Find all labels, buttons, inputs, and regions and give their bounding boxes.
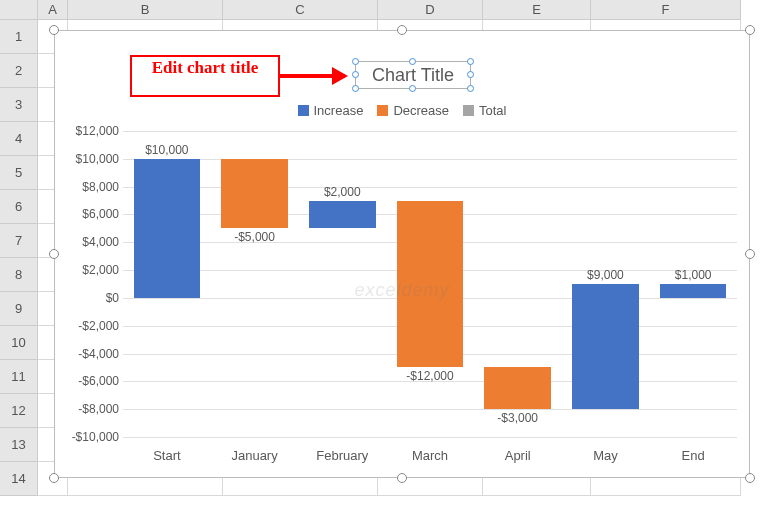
row-header[interactable]: 6 (0, 190, 38, 224)
x-tick-label: Start (123, 448, 211, 463)
title-handle[interactable] (409, 58, 416, 65)
bar-rect (572, 284, 639, 409)
bar-rect (660, 284, 727, 298)
legend-swatch (377, 105, 388, 116)
gridline (123, 437, 737, 438)
edit-title-callout: Edit chart title (130, 55, 280, 97)
row-header[interactable]: 11 (0, 360, 38, 394)
chart-handle[interactable] (49, 249, 59, 259)
chart-handle[interactable] (397, 473, 407, 483)
y-tick-label: $12,000 (76, 124, 119, 138)
row-header[interactable]: 14 (0, 462, 38, 496)
bar[interactable]: -$12,000 (386, 131, 474, 437)
x-tick-label: March (386, 448, 474, 463)
col-header[interactable]: E (483, 0, 591, 20)
legend-label: Increase (314, 103, 364, 118)
chart-legend[interactable]: IncreaseDecreaseTotal (55, 103, 749, 118)
col-header[interactable]: C (223, 0, 378, 20)
y-tick-label: $4,000 (82, 235, 119, 249)
chart-handle[interactable] (745, 473, 755, 483)
y-tick-label: -$8,000 (78, 402, 119, 416)
col-header[interactable]: A (38, 0, 68, 20)
title-handle[interactable] (352, 85, 359, 92)
chart-title-box[interactable]: Chart Title (355, 61, 471, 89)
title-handle[interactable] (467, 71, 474, 78)
grid-corner (0, 0, 38, 20)
row-header[interactable]: 9 (0, 292, 38, 326)
x-tick-label: February (298, 448, 386, 463)
row-header[interactable]: 8 (0, 258, 38, 292)
row-headers: 1234567891011121314 (0, 20, 38, 496)
bar-rect (484, 367, 551, 409)
col-header[interactable]: B (68, 0, 223, 20)
row-header[interactable]: 5 (0, 156, 38, 190)
legend-item[interactable]: Increase (298, 103, 364, 118)
y-tick-label: $6,000 (82, 207, 119, 221)
chart-handle[interactable] (745, 249, 755, 259)
y-tick-label: -$2,000 (78, 319, 119, 333)
legend-label: Total (479, 103, 506, 118)
legend-swatch (463, 105, 474, 116)
chart-handle[interactable] (745, 25, 755, 35)
bar-rect (309, 201, 376, 229)
column-headers: ABCDEF (38, 0, 741, 20)
col-header[interactable]: D (378, 0, 483, 20)
bar-rect (134, 159, 201, 298)
title-handle[interactable] (467, 85, 474, 92)
title-handle[interactable] (352, 58, 359, 65)
row-header[interactable]: 2 (0, 54, 38, 88)
legend-item[interactable]: Total (463, 103, 506, 118)
x-tick-label: May (562, 448, 650, 463)
row-header[interactable]: 7 (0, 224, 38, 258)
x-axis-labels: StartJanuaryFebruaryMarchAprilMayEnd (123, 448, 737, 463)
y-tick-label: -$10,000 (72, 430, 119, 444)
legend-item[interactable]: Decrease (377, 103, 449, 118)
y-tick-label: $2,000 (82, 263, 119, 277)
x-tick-label: January (211, 448, 299, 463)
chart-handle[interactable] (49, 25, 59, 35)
row-header[interactable]: 1 (0, 20, 38, 54)
x-tick-label: End (649, 448, 737, 463)
plot-area[interactable]: $12,000$10,000$8,000$6,000$4,000$2,000$0… (123, 131, 737, 437)
row-header[interactable]: 12 (0, 394, 38, 428)
y-axis-labels: $12,000$10,000$8,000$6,000$4,000$2,000$0… (61, 131, 119, 437)
y-tick-label: $8,000 (82, 180, 119, 194)
chart-title-text: Chart Title (372, 65, 454, 85)
col-header[interactable]: F (591, 0, 741, 20)
y-tick-label: -$4,000 (78, 347, 119, 361)
data-label: $1,000 (623, 268, 763, 282)
title-handle[interactable] (409, 85, 416, 92)
chart-object[interactable]: Edit chart title Chart Title IncreaseDec… (54, 30, 750, 478)
row-header[interactable]: 13 (0, 428, 38, 462)
x-tick-label: April (474, 448, 562, 463)
bar[interactable]: -$5,000 (211, 131, 299, 437)
legend-label: Decrease (393, 103, 449, 118)
y-tick-label: $0 (106, 291, 119, 305)
bar[interactable]: -$3,000 (474, 131, 562, 437)
bar[interactable]: $9,000 (562, 131, 650, 437)
bar-rect (397, 201, 464, 368)
row-header[interactable]: 10 (0, 326, 38, 360)
row-header[interactable]: 4 (0, 122, 38, 156)
bar[interactable]: $10,000 (123, 131, 211, 437)
legend-swatch (298, 105, 309, 116)
chart-handle[interactable] (397, 25, 407, 35)
bar[interactable]: $2,000 (298, 131, 386, 437)
title-handle[interactable] (352, 71, 359, 78)
bars: $10,000-$5,000$2,000-$12,000-$3,000$9,00… (123, 131, 737, 437)
y-tick-label: -$6,000 (78, 374, 119, 388)
chart-handle[interactable] (49, 473, 59, 483)
title-handle[interactable] (467, 58, 474, 65)
row-header[interactable]: 3 (0, 88, 38, 122)
bar[interactable]: $1,000 (649, 131, 737, 437)
callout-arrow (280, 74, 345, 78)
